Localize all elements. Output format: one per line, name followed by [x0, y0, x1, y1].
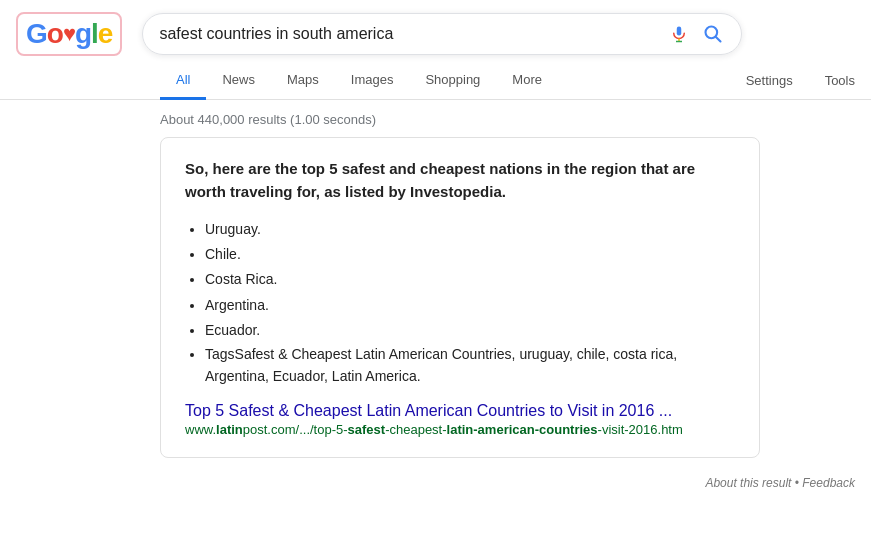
search-input[interactable]: safest countries in south america — [159, 25, 659, 43]
list-item: Ecuador. — [205, 318, 735, 343]
logo-heart: ♥ — [63, 21, 75, 47]
tab-images[interactable]: Images — [335, 62, 410, 100]
results-count: About 440,000 results (1.00 seconds) — [0, 100, 871, 137]
logo-e: e — [98, 18, 113, 50]
svg-line-4 — [716, 37, 721, 42]
tab-shopping[interactable]: Shopping — [409, 62, 496, 100]
logo-l: l — [91, 18, 98, 50]
svg-rect-0 — [677, 27, 682, 36]
logo-g1: G — [26, 18, 47, 50]
mic-icon[interactable] — [669, 22, 689, 46]
result-link[interactable]: Top 5 Safest & Cheapest Latin American C… — [185, 402, 735, 420]
list-item: Argentina. — [205, 293, 735, 318]
logo-g2: g — [75, 18, 91, 50]
result-list: Uruguay. Chile. Costa Rica. Argentina. E… — [185, 217, 735, 388]
tab-all[interactable]: All — [160, 62, 206, 100]
google-logo[interactable]: Go♥gle — [16, 12, 122, 56]
search-button[interactable] — [701, 22, 725, 46]
result-url: www.latinpost.com/.../top-5-safest-cheap… — [185, 422, 735, 437]
tab-more[interactable]: More — [496, 62, 558, 100]
search-bar: safest countries in south america — [142, 13, 742, 55]
list-item: Costa Rica. — [205, 267, 735, 292]
nav-tabs: All News Maps Images Shopping More Setti… — [0, 62, 871, 100]
search-icons — [669, 22, 725, 46]
footer: About this result • Feedback — [0, 468, 871, 498]
tab-tools[interactable]: Tools — [809, 63, 871, 98]
result-card: So, here are the top 5 safest and cheape… — [160, 137, 760, 458]
result-summary: So, here are the top 5 safest and cheape… — [185, 158, 735, 203]
list-item: Uruguay. — [205, 217, 735, 242]
list-item-tags: TagsSafest & Cheapest Latin American Cou… — [205, 343, 735, 388]
tab-settings[interactable]: Settings — [730, 63, 809, 98]
header: Go♥gle safest countries in south america — [0, 0, 871, 56]
logo-o1: o — [47, 18, 63, 50]
list-item: Chile. — [205, 242, 735, 267]
tab-news[interactable]: News — [206, 62, 271, 100]
tab-maps[interactable]: Maps — [271, 62, 335, 100]
